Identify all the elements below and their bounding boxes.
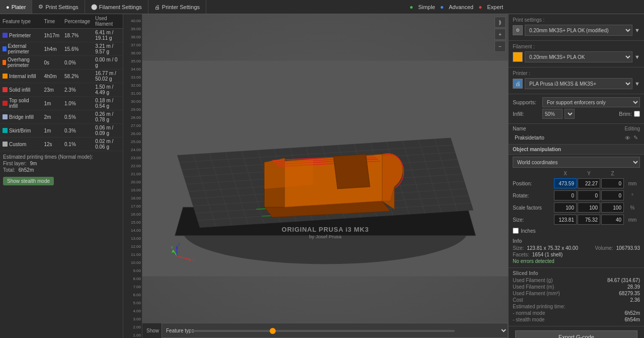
left-panel: Feature type Time Percentage Used filame… <box>0 14 123 338</box>
ruler-tick-label: 35.00 <box>131 59 142 63</box>
rotate-label: Rotate: <box>513 193 553 198</box>
ruler-tick-label: 20.00 <box>131 180 142 184</box>
feature-name: Bridge infill <box>9 114 34 120</box>
svg-text:Z: Z <box>178 242 180 247</box>
feature-cell: External perimeter <box>0 42 41 56</box>
info-errors-value: No errors detected <box>513 258 554 264</box>
feature-name: Overhang perimeter <box>8 57 39 68</box>
printer-dropdown-icon[interactable]: ▼ <box>634 81 640 87</box>
stealth-mode-button[interactable]: Show stealth mode <box>3 177 54 185</box>
position-row: Position: mm <box>513 177 640 189</box>
ruler-tick-label: 38.00 <box>131 35 142 39</box>
stealth-mode-row: - stealth mode 6h54m <box>513 317 640 322</box>
zoom-in-btn[interactable]: + <box>495 29 506 40</box>
y-header: Y <box>578 171 600 176</box>
infill-dropdown[interactable]: ▼ <box>565 109 575 119</box>
brim-checkbox[interactable] <box>634 111 640 117</box>
rotate-x-input[interactable] <box>554 190 577 200</box>
size-z-input[interactable] <box>601 215 624 225</box>
col-feature-type: Feature type <box>0 14 41 29</box>
print-settings-select[interactable]: 0.20mm MK3S+ PLA OK (modified) <box>525 25 632 36</box>
scale-unit: % <box>625 205 640 211</box>
position-label: Position: <box>513 181 553 186</box>
infill-label: Infill: <box>513 111 540 117</box>
feature-name: Custom <box>9 142 26 147</box>
total-row: Total: 6h52m <box>3 167 120 173</box>
expand-btn[interactable]: ⟫ <box>495 17 506 28</box>
filament-dropdown-icon[interactable]: ▼ <box>634 54 640 60</box>
infill-input[interactable] <box>542 109 562 119</box>
layer-slider-track <box>190 330 455 332</box>
first-layer-label: First layer: <box>3 161 27 166</box>
show-button[interactable]: Show <box>146 328 159 333</box>
time-cell: 1m <box>41 124 62 138</box>
table-row: Bridge infill 2m 0.5% 0.26 m / 0.78 g <box>0 110 123 124</box>
filament-cell: 0.06 m / 0.09 g <box>93 124 123 138</box>
ruler-tick-label: 10.00 <box>131 260 142 265</box>
filament-m-label: Used Filament (m) <box>513 284 554 290</box>
feature-cell: Skirt/Brim <box>0 124 41 138</box>
ruler-tick-label: 3.00 <box>133 317 142 321</box>
manipulation-header: Object manipulation <box>509 145 644 155</box>
cost-value: 2.36 <box>630 297 640 303</box>
total-value: 6h52m <box>19 167 34 173</box>
viewport-bottom-bar: Feature type Show Options ◀ ▶ 277718 279… <box>142 323 508 338</box>
tab-print-settings[interactable]: ⚙ Print Settings <box>32 0 85 14</box>
feature-color-dot <box>3 101 8 106</box>
print-settings-dropdown-icon[interactable]: ▼ <box>634 27 640 33</box>
ruler-tick-label: 36.00 <box>131 51 142 55</box>
time-cell: 0s <box>41 56 62 70</box>
scale-z-input[interactable] <box>601 202 624 213</box>
ruler-tick-label: 21.00 <box>131 172 142 176</box>
inches-checkbox[interactable] <box>513 228 519 234</box>
pct-cell: 58.2% <box>62 70 93 83</box>
world-coords-select[interactable]: World coordinates <box>513 157 640 168</box>
tab-printer-settings[interactable]: 🖨 Printer Settings <box>148 0 206 14</box>
layer-slider-thumb[interactable] <box>270 328 276 334</box>
feature-color-dot <box>3 60 6 65</box>
pct-cell: 1.0% <box>62 97 93 110</box>
printer-icon: 🖨 <box>513 79 523 89</box>
edit-icon[interactable]: ✎ <box>633 134 638 141</box>
ruler-tick-label: 32.00 <box>131 83 142 88</box>
tab-plater[interactable]: ● Plater <box>0 0 32 14</box>
eye-icon[interactable]: 👁 <box>625 135 630 141</box>
print-time-label: Estimated printing time: <box>513 304 566 309</box>
viewport-canvas: X Y Z ORIGINAL PRUSA i3 MK3 by Josef Pru… <box>142 14 508 323</box>
info-volume-value: 106793.93 <box>616 245 640 251</box>
scale-x-input[interactable] <box>554 202 577 213</box>
position-y-input[interactable] <box>578 178 600 188</box>
object-row: Praksidetarto 👁 ✎ <box>513 133 640 142</box>
pct-cell: 0.1% <box>62 138 93 151</box>
object-name: Praksidetarto <box>515 135 622 141</box>
ruler-tick-label: 16.00 <box>131 212 142 217</box>
first-layer-row: First layer: 9m <box>3 161 120 166</box>
scale-row: Scale factors % <box>513 201 640 214</box>
scale-y-input[interactable] <box>578 202 600 213</box>
position-x-input[interactable] <box>554 178 577 188</box>
filament-mm3-label: Used Filament (mm³) <box>513 291 560 296</box>
rotate-z-input[interactable] <box>601 190 624 200</box>
printer-select[interactable]: PLA Prusa i3 MK3S & MK3S+ <box>525 78 632 89</box>
printer-name-text: ORIGINAL PRUSA i3 MK3 <box>282 226 369 233</box>
stealth-mode-label: - stealth mode <box>513 317 544 322</box>
position-z-input[interactable] <box>601 178 624 188</box>
export-gcode-button[interactable]: Export G-code <box>515 330 637 338</box>
feature-cell: Solid infill <box>0 83 41 97</box>
filament-color-swatch[interactable] <box>513 52 523 62</box>
editing-column-header: Editing <box>624 126 640 131</box>
pct-cell: 18.7% <box>62 29 93 42</box>
plater-icon: ● <box>6 4 10 10</box>
inches-row: Inches <box>513 228 640 234</box>
tab-filament-settings[interactable]: ⬤ Filament Settings <box>85 0 148 14</box>
filament-cell: 0.26 m / 0.78 g <box>93 110 123 124</box>
time-cell: 1h17m <box>41 29 62 42</box>
filament-cell: 16.77 m / 50.02 g <box>93 70 123 83</box>
zoom-out-btn[interactable]: − <box>495 41 506 52</box>
size-x-input[interactable] <box>554 215 577 225</box>
size-y-input[interactable] <box>578 215 600 225</box>
inches-label: Inches <box>521 228 535 234</box>
supports-select[interactable]: For support enforcers only <box>542 97 640 107</box>
filament-select[interactable]: 0.20mm MK3S+ PLA OK <box>525 51 632 62</box>
rotate-y-input[interactable] <box>578 190 600 200</box>
